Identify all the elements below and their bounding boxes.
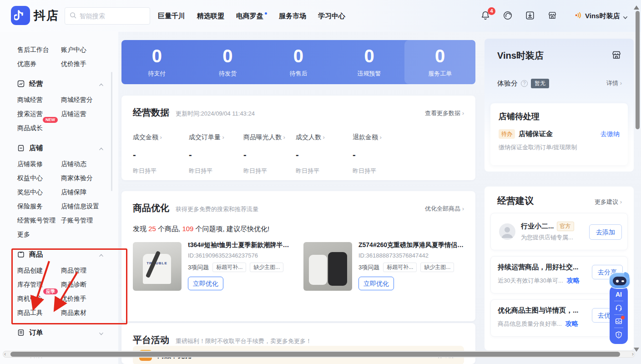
search-icon <box>70 12 76 20</box>
bell-icon[interactable]: 4 <box>480 10 491 21</box>
stat-pending-aftersale[interactable]: 0 待售后 <box>263 40 334 84</box>
global-search[interactable] <box>65 7 150 25</box>
sidebar-item-account-mgmt[interactable]: 经营账号管理 <box>17 213 59 228</box>
horizontal-scrollbar[interactable]: ‹ › <box>3 351 635 358</box>
shop-switcher[interactable]: Vins时装店 <box>574 0 627 32</box>
stat-label: 待售后 <box>289 70 307 78</box>
chevron-up-icon[interactable] <box>99 252 104 260</box>
sidebar-item-shop-decor[interactable]: 店铺装修 <box>17 157 59 171</box>
issue-tag[interactable]: 标题可补... <box>383 263 417 272</box>
sidebar-item-reward-center[interactable]: 奖惩中心 <box>17 185 59 199</box>
sidebar-item-account-center[interactable]: 账户中心 <box>61 43 86 57</box>
sidebar-scrollbar[interactable] <box>111 72 112 191</box>
metric-orders[interactable]: 成交订单量 - 昨日持平 <box>189 133 243 175</box>
shop-name: Vins时装店 <box>497 50 544 62</box>
deposit-item[interactable]: 店铺保证金 <box>519 130 553 138</box>
sidebar-section-shop[interactable]: 店铺 <box>17 139 104 157</box>
product-photo[interactable] <box>303 242 352 291</box>
metric-exposure[interactable]: 商品曝光人数 - 昨日持平 <box>243 133 296 175</box>
storefront-icon[interactable] <box>547 10 558 21</box>
sidebar-item-merchant-score[interactable]: 商家体验分 <box>61 171 93 185</box>
search-input[interactable] <box>80 12 145 20</box>
stat-label: 待支付 <box>148 70 166 78</box>
nav-xuexi-zhongxin[interactable]: 学习中心 <box>318 12 345 20</box>
optimize-now-button[interactable]: 立即优化 <box>188 277 223 290</box>
sidebar-item-shop-protection[interactable]: 店铺保障 <box>61 185 86 199</box>
sidebar-item-opportunity-center[interactable]: 商机中心应季 <box>17 292 59 306</box>
help-icon[interactable]: ? <box>521 80 528 87</box>
sidebar-item-price-promoter2[interactable]: 优价推手 <box>61 292 86 306</box>
ai-assistant-button[interactable]: AI <box>616 291 622 298</box>
vertical-scrollbar-thumb[interactable] <box>636 11 640 129</box>
nav-fuwu-shichang[interactable]: 服务市场 <box>279 12 306 20</box>
nav-juliang-qianchuan[interactable]: 巨量千川 <box>158 12 185 20</box>
chevron-up-icon[interactable] <box>99 81 104 89</box>
scrollbar-right-arrow[interactable]: › <box>632 350 634 357</box>
sidebar-item-price-promoter[interactable]: 优价推手 <box>61 57 86 71</box>
sidebar-section-business[interactable]: 经营 <box>17 75 104 93</box>
sidebar-item-product-growth[interactable]: 商品成长NEW <box>17 121 59 135</box>
sidebar-item-rights-center[interactable]: 权益中心 <box>17 171 59 185</box>
horizontal-scrollbar-thumb[interactable] <box>10 352 620 357</box>
sidebar-item-insurance[interactable]: 保险服务 <box>17 199 59 213</box>
sidebar-item-shop-news[interactable]: 店铺动态 <box>61 157 86 171</box>
sidebar-item-subaccount-mgmt[interactable]: 子账号管理 <box>61 213 93 228</box>
add-advisor-button[interactable]: 去添加 <box>589 224 622 240</box>
sidebar-row: 更多 <box>17 228 104 242</box>
storefront-icon[interactable] <box>611 50 622 62</box>
score-detail-link[interactable]: 详情 <box>606 79 622 87</box>
issue-tag[interactable]: 缺少主图... <box>250 263 283 272</box>
scrollbar-up-arrow[interactable] <box>634 3 639 10</box>
scrollbar-left-arrow[interactable]: ‹ <box>4 350 6 357</box>
customer-service-icon[interactable] <box>503 10 514 21</box>
chevron-down-icon[interactable] <box>99 330 104 338</box>
sidebar-item-more[interactable]: 更多 <box>17 228 59 242</box>
sidebar-item-product-material[interactable]: 商品素材 <box>61 306 86 320</box>
sidebar-item-product-manage[interactable]: 商品管理 <box>61 263 86 278</box>
sidebar-item-shop-info[interactable]: 店铺信息设置 <box>61 199 99 213</box>
nav-jingxuan-lianmeng[interactable]: 精选联盟 <box>197 12 224 20</box>
stat-pending-shipment[interactable]: 0 待发货 <box>192 40 263 84</box>
view-more-data-link[interactable]: 查看更多数据 <box>425 109 464 117</box>
product-photo[interactable]: TROUBLE <box>133 242 182 291</box>
product-title[interactable]: Z574#260克重磅加厚港风夏季情侣潮... <box>358 241 465 249</box>
nav-dianshang-luopan[interactable]: 电商罗盘 <box>236 12 267 20</box>
product-title[interactable]: t364#短袖t恤男士夏季新款潮牌半袖... <box>188 241 294 249</box>
optimize-all-link[interactable]: 优化全部商品 <box>425 205 464 213</box>
strategy-link[interactable]: 攻略 <box>565 320 578 328</box>
stat-service-ticket[interactable]: 0 服务工单 <box>404 40 475 84</box>
optimize-now-button[interactable]: 立即优化 <box>358 277 394 290</box>
advice-card-title: 优化商品主图与详情页，... <box>498 306 579 315</box>
stat-violation-warning[interactable]: 0 违规预警 <box>334 40 405 84</box>
sidebar-item-product-create[interactable]: 商品创建 <box>17 263 59 278</box>
more-advice-link[interactable]: 更多建议 <box>595 198 622 206</box>
chevron-up-icon[interactable] <box>99 145 104 153</box>
download-icon[interactable] <box>525 10 536 21</box>
headset-icon[interactable] <box>615 303 623 312</box>
sidebar-item-coupons[interactable]: 优惠券 <box>17 57 59 71</box>
app-logo[interactable]: 抖店 <box>11 6 59 25</box>
sidebar-item-product-tools[interactable]: 商品工具 <box>17 306 59 320</box>
sidebar-item-mall-score[interactable]: 商城经营分 <box>61 93 93 107</box>
sidebar-item-mall-business[interactable]: 商城经营 <box>17 93 59 107</box>
sidebar-section-orders[interactable]: 订单 <box>17 324 104 342</box>
metric-trend: 昨日持平 <box>133 167 189 175</box>
summary-text: 个商品, <box>156 225 182 233</box>
shield-icon[interactable] <box>615 331 623 339</box>
ai-robot-mascot[interactable] <box>608 270 631 290</box>
strategy-link[interactable]: 攻略 <box>567 277 580 285</box>
inbox-icon[interactable] <box>615 317 623 325</box>
metric-refund[interactable]: 退款金额 - 昨日持平 <box>353 133 382 175</box>
metric-buyers[interactable]: 成交人数 - 昨日持平 <box>296 133 353 175</box>
stat-pending-payment[interactable]: 0 待支付 <box>121 40 192 84</box>
pay-deposit-link[interactable]: 去缴纳 <box>601 130 620 138</box>
sidebar-item-shop-ops[interactable]: 店铺运营 <box>61 107 86 121</box>
app-logo-text: 抖店 <box>34 8 59 24</box>
sidebar-section-products[interactable]: 商品 <box>17 245 104 263</box>
issue-tag[interactable]: 标题可补... <box>212 263 246 272</box>
sidebar-item-product-diagnosis[interactable]: 商品诊断 <box>61 278 86 292</box>
metric-gmv[interactable]: 成交金额 - 昨日持平 <box>133 133 189 175</box>
issue-tag[interactable]: 缺少主图... <box>420 263 454 272</box>
sidebar-item-aftersale-workbench[interactable]: 售后工作台 <box>17 43 59 57</box>
advice-description: 商品信息质量分良好率... <box>498 320 562 328</box>
